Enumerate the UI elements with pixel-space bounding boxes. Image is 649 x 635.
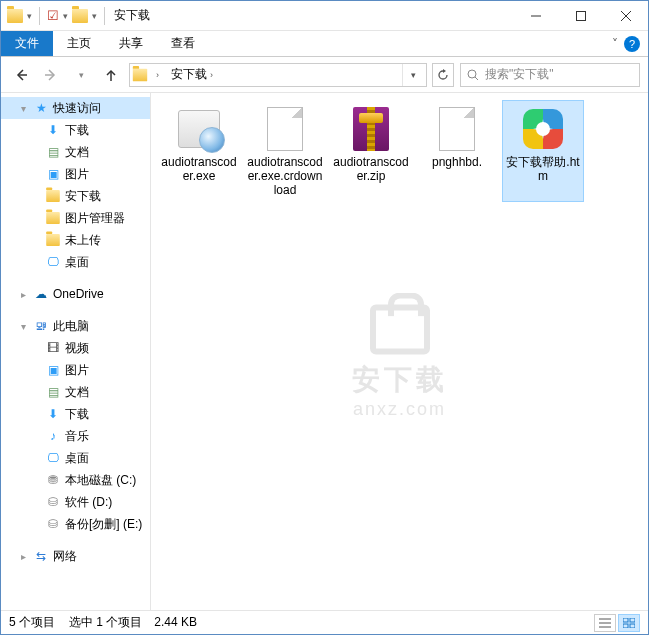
sidebar-network[interactable]: ▸⇆网络 [1, 545, 150, 567]
forward-button[interactable] [39, 63, 63, 87]
qat-dropdown-icon[interactable]: ▾ [63, 11, 68, 21]
exe-icon [178, 110, 220, 148]
address-bar[interactable]: › 安下载 › ▾ [129, 63, 427, 87]
sidebar-item-anxz[interactable]: 安下载 [1, 185, 150, 207]
back-button[interactable] [9, 63, 33, 87]
status-selection: 选中 1 个项目 2.44 KB [69, 614, 197, 631]
sidebar-onedrive[interactable]: ▸☁OneDrive [1, 283, 150, 305]
maximize-button[interactable] [558, 1, 603, 30]
sidebar-label: 软件 (D:) [65, 494, 112, 511]
tab-view[interactable]: 查看 [157, 31, 209, 56]
qat-overflow-icon[interactable]: ▾ [92, 11, 97, 21]
sidebar-item-downloads[interactable]: ⬇下载 [1, 119, 150, 141]
watermark-url: anxz.com [352, 398, 448, 419]
recent-dropdown[interactable]: ▾ [69, 63, 93, 87]
network-icon: ⇆ [33, 548, 49, 564]
help-icon[interactable]: ? [624, 36, 640, 52]
collapse-ribbon-icon[interactable]: ˅ [612, 37, 618, 51]
tab-file[interactable]: 文件 [1, 31, 53, 56]
desktop-icon: 🖵 [45, 450, 61, 466]
address-dropdown[interactable]: ▾ [402, 64, 424, 86]
sidebar-label: 桌面 [65, 450, 89, 467]
sidebar-label: 视频 [65, 340, 89, 357]
up-button[interactable] [99, 63, 123, 87]
close-button[interactable] [603, 1, 648, 30]
drive-icon: ⛃ [45, 472, 61, 488]
breadcrumb-chevron[interactable]: › [152, 70, 163, 80]
expand-icon[interactable]: ▾ [17, 321, 29, 332]
icons-view-button[interactable] [618, 614, 640, 632]
navigation-pane[interactable]: ▾★快速访问 ⬇下载 ▤文档 ▣图片 安下载 图片管理器 未上传 🖵桌面 ▸☁O… [1, 93, 151, 610]
svg-rect-10 [630, 618, 635, 622]
sidebar-item-desktop[interactable]: 🖵桌面 [1, 447, 150, 469]
maximize-icon [576, 11, 586, 21]
sidebar-this-pc[interactable]: ▾🖳此电脑 [1, 315, 150, 337]
file-item[interactable]: audiotranscoder.exe.crdownload [245, 101, 325, 201]
expand-icon[interactable]: ▸ [17, 289, 29, 300]
folder-icon [7, 9, 23, 23]
chevron-right-icon: › [210, 70, 213, 80]
minimize-button[interactable] [513, 1, 558, 30]
pinwheel-icon [521, 107, 565, 151]
tab-share[interactable]: 共享 [105, 31, 157, 56]
sidebar-item-desktop[interactable]: 🖵桌面 [1, 251, 150, 273]
qat-dropdown-icon[interactable]: ▾ [27, 11, 32, 21]
file-icon [267, 107, 303, 151]
details-view-button[interactable] [594, 614, 616, 632]
sidebar-item-notuploaded[interactable]: 未上传 [1, 229, 150, 251]
check-icon[interactable]: ☑ [47, 8, 59, 23]
sidebar-item-videos[interactable]: 🎞视频 [1, 337, 150, 359]
sidebar-item-downloads[interactable]: ⬇下载 [1, 403, 150, 425]
pc-icon: 🖳 [33, 318, 49, 334]
sidebar-label: 图片管理器 [65, 210, 125, 227]
drive-icon: ⛁ [45, 494, 61, 510]
sidebar-item-drive-d[interactable]: ⛁软件 (D:) [1, 491, 150, 513]
sidebar-label: 音乐 [65, 428, 89, 445]
sidebar-label: 网络 [53, 548, 77, 565]
sidebar-item-documents[interactable]: ▤文档 [1, 141, 150, 163]
icons-view-icon [623, 618, 635, 628]
music-icon: ♪ [45, 428, 61, 444]
svg-rect-1 [576, 11, 585, 20]
file-item[interactable]: 安下载帮助.htm [503, 101, 583, 201]
refresh-icon [437, 69, 449, 81]
file-item[interactable]: audiotranscoder.zip [331, 101, 411, 201]
folder-icon [46, 190, 60, 202]
refresh-button[interactable] [432, 63, 454, 87]
svg-line-8 [475, 77, 478, 80]
search-input[interactable]: 搜索"安下载" [460, 63, 640, 87]
minimize-icon [531, 11, 541, 21]
sidebar-item-music[interactable]: ♪音乐 [1, 425, 150, 447]
forward-arrow-icon [44, 68, 58, 82]
drive-icon: ⛁ [45, 516, 61, 532]
search-icon [467, 69, 479, 81]
file-name: audiotranscoder.exe [161, 155, 237, 183]
expand-icon[interactable]: ▸ [17, 551, 29, 562]
document-icon: ▤ [45, 384, 61, 400]
sidebar-quick-access[interactable]: ▾★快速访问 [1, 97, 150, 119]
file-item[interactable]: audiotranscoder.exe [159, 101, 239, 201]
sidebar-item-picmgr[interactable]: 图片管理器 [1, 207, 150, 229]
sidebar-item-drive-c[interactable]: ⛃本地磁盘 (C:) [1, 469, 150, 491]
download-icon: ⬇ [45, 406, 61, 422]
file-item[interactable]: pnghhbd. [417, 101, 497, 201]
tab-home[interactable]: 主页 [53, 31, 105, 56]
file-name: 安下载帮助.htm [505, 155, 581, 183]
close-icon [621, 11, 631, 21]
sidebar-label: 图片 [65, 166, 89, 183]
sidebar-item-drive-e[interactable]: ⛁备份[勿删] (E:) [1, 513, 150, 535]
sidebar-label: 快速访问 [53, 100, 101, 117]
chevron-down-icon: ▾ [411, 70, 416, 80]
file-name: audiotranscoder.zip [333, 155, 409, 183]
sidebar-item-pictures[interactable]: ▣图片 [1, 359, 150, 381]
expand-icon[interactable]: ▾ [17, 103, 29, 114]
folder-icon [46, 234, 60, 246]
download-icon: ⬇ [45, 122, 61, 138]
file-list[interactable]: 安下载 anxz.com audiotranscoder.exeaudiotra… [151, 93, 648, 610]
search-placeholder: 搜索"安下载" [485, 66, 554, 83]
sidebar-item-documents[interactable]: ▤文档 [1, 381, 150, 403]
breadcrumb-segment[interactable]: 安下载 › [167, 66, 217, 83]
window-title: 安下载 [114, 7, 150, 24]
document-icon: ▤ [45, 144, 61, 160]
sidebar-item-pictures[interactable]: ▣图片 [1, 163, 150, 185]
